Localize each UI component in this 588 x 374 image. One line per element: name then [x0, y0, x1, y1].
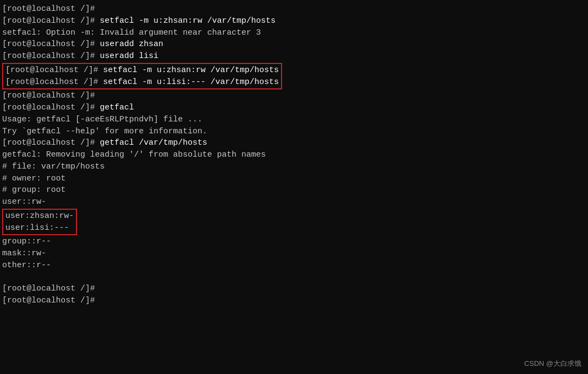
line-11: Try `getfacl --help' for more informatio…	[2, 126, 586, 138]
line-13: getfacl: Removing leading '/' from absol…	[2, 149, 586, 161]
cmd-7: setfacl -m u:lisi:--- /var/tmp/hosts	[103, 78, 279, 87]
prompt-4: [root@localhost /]#	[2, 40, 100, 49]
highlight-block-2: user:zhsan:rw- user:lisi:---	[2, 209, 77, 236]
line-2: [root@localhost /]# setfacl -m u:zhsan:r…	[2, 15, 586, 27]
line-19: user:lisi:---	[5, 222, 74, 234]
cmd-4: useradd zhsan	[100, 40, 163, 49]
terminal-window: [root@localhost /]# [root@localhost /]# …	[0, 0, 588, 374]
line-10: Usage: getfacl [-aceEsRLPtpndvh] file ..…	[2, 114, 586, 126]
line-9: [root@localhost /]# getfacl	[2, 102, 586, 114]
line-15: # owner: root	[2, 173, 586, 185]
line-23	[2, 272, 586, 283]
line-22: other::r--	[2, 260, 586, 272]
prompt-2: [root@localhost /]#	[2, 16, 100, 25]
cmd-12: getfacl /var/tmp/hosts	[100, 138, 207, 147]
prompt-12: [root@localhost /]#	[2, 138, 100, 147]
line-4: [root@localhost /]# useradd zhsan	[2, 38, 586, 50]
watermark: CSDN @大白求饿	[524, 359, 581, 369]
line-17: user::rw-	[2, 196, 586, 208]
prompt-6: [root@localhost /]#	[5, 66, 103, 75]
cmd-5: useradd lisi	[100, 51, 158, 61]
prompt-9: [root@localhost /]#	[2, 103, 100, 112]
line-8: [root@localhost /]#	[2, 90, 586, 102]
cmd-9: getfacl	[100, 103, 134, 112]
line-25: [root@localhost /]#	[2, 295, 586, 307]
line-5: [root@localhost /]# useradd lisi	[2, 50, 586, 62]
prompt-25: [root@localhost /]#	[2, 296, 95, 305]
cmd-2: setfacl -m u:zhsan:rw /var/tmp/hosts	[100, 16, 276, 25]
line-20: group::r--	[2, 236, 586, 248]
prompt-1: [root@localhost /]#	[2, 4, 95, 14]
error-3: setfacl: Option -m: Invalid argument nea…	[2, 28, 261, 37]
line-24: [root@localhost /]#	[2, 283, 586, 295]
prompt-24: [root@localhost /]#	[2, 284, 95, 293]
line-7: [root@localhost /]# setfacl -m u:lisi:--…	[5, 76, 279, 88]
line-16: # group: root	[2, 184, 586, 196]
line-6: [root@localhost /]# setfacl -m u:zhsan:r…	[5, 65, 279, 76]
cmd-6: setfacl -m u:zhsan:rw /var/tmp/hosts	[103, 66, 279, 75]
line-18: user:zhsan:rw-	[5, 210, 74, 222]
line-3: setfacl: Option -m: Invalid argument nea…	[2, 27, 586, 39]
highlight-block-1: [root@localhost /]# setfacl -m u:zhsan:r…	[2, 63, 282, 90]
prompt-8: [root@localhost /]#	[2, 91, 95, 100]
line-1: [root@localhost /]#	[2, 3, 586, 15]
prompt-5: [root@localhost /]#	[2, 51, 100, 61]
line-14: # file: var/tmp/hosts	[2, 161, 586, 173]
prompt-7: [root@localhost /]#	[5, 78, 103, 87]
line-21: mask::rw-	[2, 248, 586, 260]
line-12: [root@localhost /]# getfacl /var/tmp/hos…	[2, 137, 586, 149]
